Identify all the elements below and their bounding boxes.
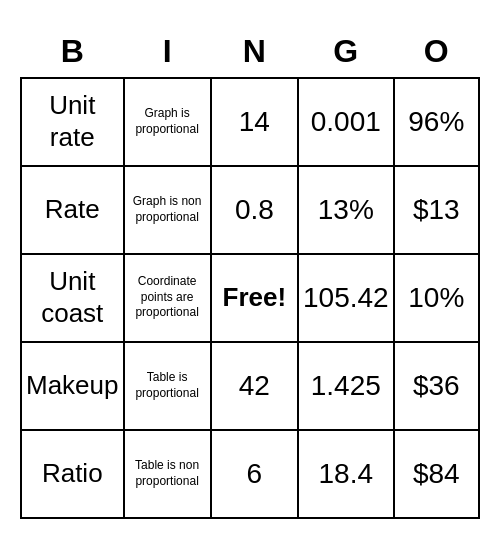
cell-r1-c3: 13% — [298, 166, 394, 254]
cell-r2-c4: 10% — [394, 254, 479, 342]
cell-r0-c1: Graph is proportional — [124, 78, 211, 166]
cell-r3-c3: 1.425 — [298, 342, 394, 430]
cell-r1-c2: 0.8 — [211, 166, 298, 254]
header-cell-b: B — [21, 26, 124, 78]
cell-r3-c4: $36 — [394, 342, 479, 430]
cell-r0-c4: 96% — [394, 78, 479, 166]
cell-r4-c0: Ratio — [21, 430, 124, 518]
cell-r2-c1: Coordinate points are proportional — [124, 254, 211, 342]
cell-r0-c2: 14 — [211, 78, 298, 166]
table-row: Unit rateGraph is proportional140.00196% — [21, 78, 479, 166]
cell-r1-c4: $13 — [394, 166, 479, 254]
table-row: MakeupTable is proportional421.425$36 — [21, 342, 479, 430]
cell-r0-c0: Unit rate — [21, 78, 124, 166]
cell-r3-c0: Makeup — [21, 342, 124, 430]
cell-r4-c2: 6 — [211, 430, 298, 518]
cell-r1-c0: Rate — [21, 166, 124, 254]
body-rows: Unit rateGraph is proportional140.00196%… — [21, 78, 479, 518]
header-cell-o: O — [394, 26, 479, 78]
cell-r4-c3: 18.4 — [298, 430, 394, 518]
table-row: Unit coastCoordinate points are proporti… — [21, 254, 479, 342]
cell-r1-c1: Graph is non proportional — [124, 166, 211, 254]
cell-r3-c2: 42 — [211, 342, 298, 430]
cell-r2-c0: Unit coast — [21, 254, 124, 342]
header-cell-n: N — [211, 26, 298, 78]
table-row: RatioTable is non proportional618.4$84 — [21, 430, 479, 518]
header-cell-g: G — [298, 26, 394, 78]
cell-r3-c1: Table is proportional — [124, 342, 211, 430]
header-row: BINGO — [21, 26, 479, 78]
header-cell-i: I — [124, 26, 211, 78]
cell-r2-c3: 105.42 — [298, 254, 394, 342]
cell-r4-c1: Table is non proportional — [124, 430, 211, 518]
bingo-card: BINGO Unit rateGraph is proportional140.… — [20, 26, 480, 519]
table-row: RateGraph is non proportional0.813%$13 — [21, 166, 479, 254]
cell-r0-c3: 0.001 — [298, 78, 394, 166]
cell-r4-c4: $84 — [394, 430, 479, 518]
cell-r2-c2: Free! — [211, 254, 298, 342]
